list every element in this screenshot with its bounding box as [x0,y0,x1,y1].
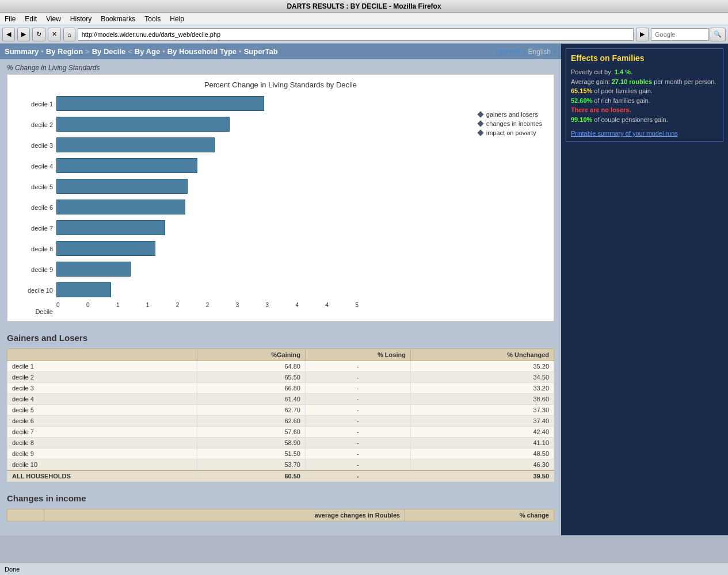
menu-bookmarks[interactable]: Bookmarks [101,15,135,23]
home-button[interactable]: ⌂ [63,28,75,41]
legend-item-incomes: changes in incomes [478,120,542,127]
decile-label: decile 5 [7,405,197,416]
bar-area [56,220,359,236]
legend-item-poverty: impact on poverty [478,129,542,136]
poverty-cut-label: Poverty cut by: [571,68,615,75]
sidebar-title: Effects on Families [571,53,718,63]
avg-gain-suffix: per month per person. [652,78,716,85]
bar-fill [56,282,111,297]
bar-label: decile 1 [13,101,56,108]
decile-label: decile 3 [7,383,197,394]
income-section-header: Changes in income [7,491,554,505]
bar-label: decile 6 [13,204,56,211]
go-button[interactable]: ▶ [636,28,649,41]
address-bar: ▶ [78,28,649,41]
bar-label: decile 2 [13,121,56,128]
nav-by-household-type[interactable]: By Household Type [167,47,237,56]
unchanged-val: 48.50 [410,448,554,459]
stop-button[interactable]: ✕ [48,28,61,41]
losing-val: - [305,372,410,383]
total-unchanged: 39.50 [410,470,554,482]
col-gaining: %Gaining [197,349,305,361]
unchanged-val: 38.60 [410,394,554,405]
poor-gain-label: of poor families gain. [592,87,653,94]
x-axis-ticks: 0 0 1 1 2 2 3 3 4 4 5 [56,301,359,308]
gaining-val: 61.40 [197,394,305,405]
chart-title: Percent Change in Living Standards by De… [13,80,548,89]
avg-gain-label: Average gain: [571,78,612,85]
bar-area [56,241,359,257]
no-losers-text: There are no losers. [571,106,631,113]
bar-fill [56,96,264,111]
bar-row: decile 8 [13,239,359,259]
unchanged-val: 37.40 [410,416,554,427]
page-content: % Change in Living Standards Percent Cha… [0,59,561,535]
legend-label-poverty: impact on poverty [486,129,536,136]
browser-title: DARTS RESULTS : BY DECILE - Mozilla Fire… [287,2,441,10]
browser-title-bar: DARTS RESULTS : BY DECILE - Mozilla Fire… [0,0,728,13]
bar-label: decile 9 [13,266,56,273]
bar-row: decile 1 [13,94,359,114]
table-row: decile 3 66.80 - 33.20 [7,383,554,394]
losing-val: - [305,448,410,459]
gaining-val: 58.90 [197,438,305,448]
bar-area [56,200,359,216]
x-axis-label-row: Decile [13,308,359,315]
menu-tools[interactable]: Tools [144,15,161,23]
nav-by-age[interactable]: By Age [135,47,160,56]
chart-container: Percent Change in Living Standards by De… [7,74,554,321]
legend-label-gainers: gainers and losers [486,111,538,118]
gaining-val: 66.80 [197,383,305,394]
bar-fill [56,179,188,194]
legend-diamond-poverty [477,129,483,136]
nav-summary[interactable]: Summary [5,47,39,56]
unchanged-val: 46.30 [410,459,554,471]
bar-row: decile 10 [13,280,359,301]
bar-chart: decile 1decile 2decile 3decile 4decile 5… [13,94,359,315]
lang-russian[interactable]: Русский [495,48,521,56]
search-go-button[interactable]: 🔍 [710,28,726,41]
url-input[interactable] [78,28,634,41]
losing-val: - [305,394,410,405]
gainers-table: %Gaining % Losing % Unchanged decile 1 6… [7,348,554,482]
menu-edit[interactable]: Edit [25,15,37,23]
gainers-section-header: Gainers and Losers [7,331,554,345]
bar-fill [56,241,155,256]
table-row: decile 7 57.60 - 42.40 [7,427,554,438]
losing-val: - [305,427,410,438]
decile-label: decile 9 [7,448,197,459]
search-input[interactable] [651,28,708,41]
table-row: decile 5 62.70 - 37.30 [7,405,554,416]
lang-english[interactable]: English [528,48,551,56]
legend-label-incomes: changes in incomes [486,120,542,127]
unchanged-val: 35.20 [410,361,554,372]
legend-diamond-gainers [477,111,483,117]
effects-box: Effects on Families Poverty cut by: 1.4 … [566,48,723,142]
couple-label: of couple pensioners gain. [592,116,668,123]
nav-supertab[interactable]: SuperTab [244,47,278,56]
couple-pct: 99.10% [571,116,592,123]
legend-diamond-incomes [477,120,483,126]
bar-fill [56,117,230,132]
bar-label: decile 4 [13,163,56,170]
gaining-val: 62.70 [197,405,305,416]
losing-val: - [305,416,410,427]
print-link[interactable]: Printable summary of your model runs [571,130,718,137]
sidebar: Effects on Families Poverty cut by: 1.4 … [561,44,728,535]
menu-view[interactable]: View [46,15,61,23]
menu-help[interactable]: Help [170,15,184,23]
forward-button[interactable]: ▶ [17,28,30,41]
back-button[interactable]: ◀ [2,28,15,41]
nav-by-decile[interactable]: By Decile [92,47,126,56]
reload-button[interactable]: ↻ [32,28,45,41]
nav-by-region[interactable]: By Region [46,47,83,56]
menu-file[interactable]: File [5,15,16,23]
total-row: ALL HOUSEHOLDS 60.50 - 39.50 [7,470,554,482]
decile-label: decile 6 [7,416,197,427]
total-losing: - [305,470,410,482]
menu-history[interactable]: History [70,15,92,23]
bar-fill [56,200,185,214]
bar-row: decile 9 [13,259,359,280]
unchanged-val: 37.30 [410,405,554,416]
gaining-val: 57.60 [197,427,305,438]
